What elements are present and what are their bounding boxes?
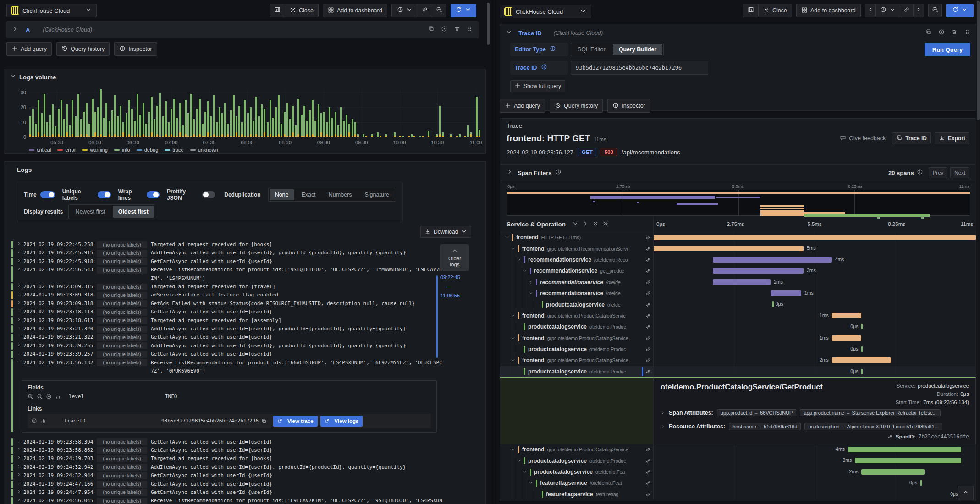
span-tree-cell[interactable]: productcatalogserviceoteldemo.Produc xyxy=(500,344,654,355)
span-link-icon[interactable] xyxy=(645,469,651,475)
expand-log-icon[interactable] xyxy=(17,283,23,289)
log-row[interactable]: 2024-02-19 09:22:45.258(no unique labels… xyxy=(4,241,484,249)
toggle-wrap-lines[interactable] xyxy=(147,191,160,198)
legend-item-info[interactable]: info xyxy=(114,147,130,153)
span-row[interactable]: frontendgrpc.oteldemo.ProductCatalogServ… xyxy=(500,355,976,366)
span-timeline-cell[interactable]: 4ms xyxy=(654,254,976,265)
expand-log-icon[interactable] xyxy=(17,249,23,255)
datasource-picker-right[interactable]: ClickHouse Cloud xyxy=(500,5,591,18)
tab-sql-editor[interactable]: SQL Editor xyxy=(571,43,612,56)
span-tree-cell[interactable]: featureflagservice/oteldemo.Feat xyxy=(500,477,654,488)
zoom-out-button-right[interactable] xyxy=(928,4,942,17)
dedup-option-signature[interactable]: Signature xyxy=(358,188,396,201)
span-link-icon[interactable] xyxy=(645,369,651,374)
span-row[interactable]: recommendationservice/otelde1ms xyxy=(500,288,976,299)
span-timeline-cell[interactable]: 0μs xyxy=(654,477,976,488)
expand-log-icon[interactable] xyxy=(17,257,23,263)
crosshair-icon[interactable] xyxy=(46,394,52,400)
stats-icon[interactable] xyxy=(55,394,61,400)
add-to-dashboard-button-left[interactable]: Add to dashboard xyxy=(323,4,387,17)
time-picker-left[interactable] xyxy=(391,4,418,17)
span-timeline-cell[interactable]: 3ms xyxy=(654,455,976,466)
toggle-time[interactable] xyxy=(40,191,55,198)
span-tree-cell[interactable]: featureflagservicefeatureflag xyxy=(500,489,654,500)
span-timeline-cell[interactable] xyxy=(654,232,976,243)
expand-log-icon[interactable] xyxy=(17,241,23,247)
span-row[interactable]: productcatalogserviceoteldemo.Fea2ms xyxy=(500,466,976,477)
expand-log-icon[interactable] xyxy=(17,342,23,348)
span-filters-label[interactable]: Span Filters xyxy=(518,170,551,176)
export-button[interactable]: Export xyxy=(935,132,969,144)
expand-log-icon[interactable] xyxy=(17,300,23,306)
span-tree-cell[interactable]: recommendationservice/oteldemo.Reco xyxy=(500,254,654,265)
expand-log-icon[interactable] xyxy=(17,317,23,323)
expand-log-icon[interactable] xyxy=(17,480,23,486)
dedup-option-exact[interactable]: Exact xyxy=(295,188,322,201)
trace-minimap[interactable]: 0μs2.75ms5.5ms8.25ms11ms xyxy=(507,184,970,216)
view-trace-button[interactable]: View trace xyxy=(273,416,318,427)
add-to-dashboard-button-right[interactable]: Add to dashboard xyxy=(796,4,861,17)
span-link-icon[interactable] xyxy=(645,290,651,296)
legend-item-unknown[interactable]: unknown xyxy=(190,147,218,153)
close-split-button-right[interactable]: Close xyxy=(758,4,792,17)
drag-handle-icon[interactable] xyxy=(467,26,473,34)
span-link-icon[interactable] xyxy=(645,335,651,341)
log-row[interactable]: 2024-02-19 09:24:32.942(no unique labels… xyxy=(4,463,484,471)
scroll-to-top-button[interactable] xyxy=(958,486,974,500)
delete-query-icon[interactable] xyxy=(951,29,958,37)
collapse-span-icon[interactable] xyxy=(529,481,535,485)
span-link-icon[interactable] xyxy=(645,480,651,486)
duplicate-query-icon[interactable] xyxy=(925,29,932,37)
delete-query-icon[interactable] xyxy=(454,26,460,34)
expand-log-icon[interactable] xyxy=(17,350,23,356)
log-row[interactable]: 2024-02-19 09:24:19.703(no unique labels… xyxy=(4,455,484,463)
collapse-span-icon[interactable] xyxy=(523,268,529,273)
span-tree-cell[interactable]: frontendgrpc.oteldemo.ProductCatalogServ… xyxy=(500,333,654,344)
toggle-prettify-json[interactable] xyxy=(202,191,215,198)
log-row[interactable]: 2024-02-19 09:23:21.322(no unique labels… xyxy=(4,333,484,341)
span-row[interactable]: productcatalogserviceotelde0μs xyxy=(500,299,976,310)
span-timeline-cell[interactable]: 1ms xyxy=(654,310,976,321)
log-row[interactable]: 2024-02-19 09:24:32.944(no unique labels… xyxy=(4,471,484,480)
span-timeline-cell[interactable]: 2ms xyxy=(654,466,976,477)
span-timeline-cell[interactable]: 5ms xyxy=(654,243,976,254)
query-history-button-right[interactable]: Query history xyxy=(550,99,603,113)
span-tree-cell[interactable]: frontendgrpc.oteldemo.ProductCatalogServ… xyxy=(500,444,654,455)
window-scrollbar[interactable] xyxy=(976,0,980,504)
span-timeline-cell[interactable]: 0μs xyxy=(654,366,976,377)
chevron-down-icon[interactable] xyxy=(506,29,512,37)
filter-out-icon[interactable] xyxy=(37,394,43,400)
give-feedback-button[interactable]: Give feedback xyxy=(840,135,886,142)
expand-log-icon[interactable] xyxy=(17,325,23,331)
legend-item-critical[interactable]: critical xyxy=(29,147,51,153)
show-full-query-button[interactable]: Show full query xyxy=(510,80,565,92)
share-link-button-right[interactable] xyxy=(900,4,914,17)
span-link-icon[interactable] xyxy=(645,235,651,240)
span-tree-cell[interactable]: recommendationservice/otelde xyxy=(500,288,654,299)
span-row[interactable]: featureflagservicefeatureflag0μs xyxy=(500,489,976,500)
expand-log-icon[interactable] xyxy=(17,438,23,444)
view-logs-button[interactable]: View logs xyxy=(320,416,363,427)
log-row[interactable]: 2024-02-19 09:23:09.315(no unique labels… xyxy=(4,283,484,291)
display-option-oldest-first[interactable]: Oldest first xyxy=(113,206,154,218)
time-shift-forward-button[interactable] xyxy=(913,4,924,17)
collapse-span-icon[interactable] xyxy=(511,336,517,340)
run-query-button[interactable]: Run Query xyxy=(925,43,970,56)
log-row[interactable]: 2024-02-19 09:23:09.318(no unique labels… xyxy=(4,291,484,299)
span-row[interactable]: productcatalogserviceoteldemo.Produc0μs xyxy=(500,366,976,377)
expand-log-icon[interactable] xyxy=(17,463,23,469)
query-history-button-left[interactable]: Query history xyxy=(56,42,110,56)
span-tree-cell[interactable]: productcatalogserviceoteldemo.Produc xyxy=(500,366,654,377)
expand-log-icon[interactable] xyxy=(17,488,23,494)
collapse-all-icon[interactable] xyxy=(592,220,599,229)
log-row[interactable]: 2024-02-19 09:23:18.113(no unique labels… xyxy=(4,308,484,316)
split-close-right-button[interactable] xyxy=(270,4,285,17)
span-timeline-cell[interactable]: 0μs xyxy=(654,299,976,310)
expand-log-icon[interactable] xyxy=(17,455,23,460)
span-row[interactable]: productcatalogserviceoteldemo.Produc3ms xyxy=(500,455,976,466)
span-row[interactable]: recommendationserviceget_produc3ms xyxy=(500,265,976,276)
span-row[interactable]: recommendationservice/otelde2ms xyxy=(500,277,976,288)
disable-query-icon[interactable] xyxy=(441,26,447,34)
span-link-icon[interactable] xyxy=(645,458,651,464)
add-query-button-right[interactable]: Add query xyxy=(500,99,545,113)
